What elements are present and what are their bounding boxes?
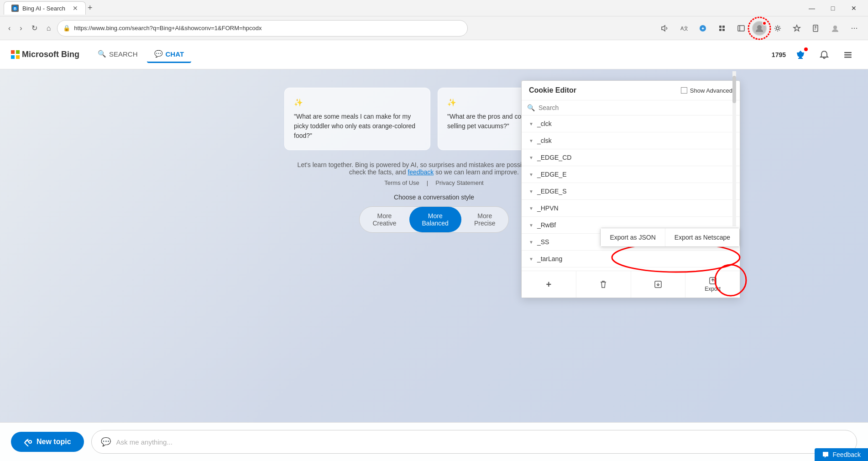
svg-text:B: B: [14, 6, 17, 11]
svg-text:✦: ✦: [701, 26, 705, 31]
info-text-suffix: so we can learn and improve.: [435, 168, 519, 176]
nav-search[interactable]: 🔍 SEARCH: [90, 46, 145, 63]
delete-cookie-button[interactable]: [576, 271, 631, 298]
style-creative-btn[interactable]: MoreCreative: [360, 207, 409, 232]
chat-nav-icon: 💬: [154, 50, 163, 58]
cookie-item-hpvn[interactable]: ▼ _HPVN: [522, 200, 740, 217]
export-btn-label: Export: [705, 286, 721, 292]
new-topic-button[interactable]: New topic: [11, 432, 84, 452]
cookie-editor-title: Cookie Editor: [529, 86, 576, 94]
export-netscape-button[interactable]: Export as Netscape: [665, 228, 739, 246]
tab-favicon: B: [11, 5, 19, 12]
show-advanced-checkbox[interactable]: [681, 87, 687, 94]
account-icon[interactable]: [827, 20, 843, 37]
svg-text:A文: A文: [680, 26, 688, 31]
back-button[interactable]: ‹: [5, 21, 13, 35]
chevron-icon: ▼: [529, 223, 533, 228]
minimize-button[interactable]: —: [801, 0, 822, 16]
profile-icon[interactable]: [752, 21, 767, 36]
favorites-icon[interactable]: [789, 20, 805, 37]
chevron-icon: ▼: [529, 189, 533, 194]
cookie-item-edge-s[interactable]: ▼ _EDGE_S: [522, 183, 740, 200]
hamburger-menu-icon[interactable]: [839, 46, 857, 64]
sidebar-icon[interactable]: [733, 20, 749, 37]
more-options-icon[interactable]: ···: [846, 20, 863, 37]
ms-square-red: [11, 50, 15, 54]
privacy-statement-link[interactable]: Privacy Statement: [435, 179, 484, 186]
bing-nav: 🔍 SEARCH 💬 CHAT: [90, 46, 191, 63]
chevron-icon: ▼: [529, 172, 533, 177]
ms-square-yellow: [16, 55, 20, 59]
home-button[interactable]: ⌂: [44, 21, 54, 35]
bing-logo[interactable]: Microsoft Bing: [11, 50, 79, 59]
chat-input-area[interactable]: 💬 Ask me anything...: [91, 430, 857, 454]
cookie-list: ▼ _clck ▼ _clsk ▼ _EDGE_CD ▼ _EDGE_E ▼: [522, 115, 740, 271]
chevron-icon: ▼: [529, 240, 533, 245]
import-cookie-button[interactable]: [631, 271, 686, 298]
microsoft-logo-icon: [11, 50, 20, 59]
extensions-icon[interactable]: [714, 20, 730, 37]
feedback-link[interactable]: feedback: [408, 168, 434, 176]
cookie-item-clsk[interactable]: ▼ _clsk: [522, 132, 740, 149]
refresh-button[interactable]: ↻: [29, 21, 40, 35]
export-popup: Export as JSON Export as Netscape: [600, 228, 740, 247]
feedback-badge-label: Feedback: [833, 451, 861, 458]
toolbar-icons: A文 ✦: [656, 20, 863, 37]
cookie-item-ttss-in[interactable]: ▼ _TTSS_IN: [522, 267, 740, 271]
show-advanced[interactable]: Show Advanced: [681, 87, 732, 94]
search-nav-label: SEARCH: [109, 50, 138, 58]
svg-rect-9: [738, 26, 744, 31]
nav-chat[interactable]: 💬 CHAT: [147, 46, 192, 63]
maximize-button[interactable]: □: [822, 0, 843, 16]
suggestion-card-1[interactable]: ✨ "What are some meals I can make for my…: [284, 88, 430, 150]
cookie-item-tarlang[interactable]: ▼ _tarLang: [522, 251, 740, 267]
translate-icon[interactable]: A文: [675, 20, 692, 37]
close-button[interactable]: ✕: [843, 0, 864, 16]
cookie-name: _clck: [537, 120, 552, 127]
read-aloud-icon[interactable]: [656, 20, 673, 37]
notification-bell-icon[interactable]: [815, 46, 833, 64]
terms-of-use-link[interactable]: Terms of Use: [384, 179, 419, 186]
conversation-style-label: Choose a conversation style: [394, 194, 474, 201]
new-tab-button[interactable]: +: [88, 3, 93, 13]
svg-rect-14: [813, 25, 818, 31]
cookie-name: _EDGE_S: [537, 188, 567, 195]
url-text: https://www.bing.com/search?q=Bing+AI&sh…: [74, 25, 462, 31]
header-right: 1795: [772, 46, 857, 64]
address-bar[interactable]: 🔒 https://www.bing.com/search?q=Bing+AI&…: [57, 20, 468, 37]
tab-close-btn[interactable]: ✕: [73, 5, 78, 12]
svg-rect-17: [798, 58, 803, 59]
export-json-button[interactable]: Export as JSON: [601, 228, 665, 246]
svg-rect-7: [719, 29, 722, 31]
chevron-icon: ▼: [529, 121, 533, 126]
svg-rect-5: [719, 26, 722, 28]
cookie-name: _HPVN: [537, 204, 559, 212]
title-bar-controls: — □ ✕: [801, 0, 864, 16]
forward-button[interactable]: ›: [17, 21, 25, 35]
trophy-icon[interactable]: [791, 46, 810, 64]
cookie-item-edge-cd[interactable]: ▼ _EDGE_CD: [522, 149, 740, 166]
cookie-item-clck[interactable]: ▼ _clck: [522, 115, 740, 132]
chevron-icon: ▼: [529, 138, 533, 143]
settings-icon[interactable]: [769, 20, 786, 37]
svg-rect-16: [799, 57, 802, 58]
chevron-icon: ▼: [529, 257, 533, 262]
card-2-icon: ✨: [447, 97, 456, 108]
browser-tab[interactable]: B Bing AI - Search ✕: [4, 1, 86, 15]
cookie-item-edge-e[interactable]: ▼ _EDGE_E: [522, 166, 740, 183]
chevron-icon: ▼: [529, 206, 533, 211]
cookie-name: _tarLang: [537, 255, 562, 262]
cookie-name: _EDGE_CD: [537, 154, 571, 161]
copilot-icon[interactable]: ✦: [695, 20, 711, 37]
style-balanced-btn[interactable]: MoreBalanced: [409, 207, 461, 232]
card-1-header: ✨: [294, 97, 421, 108]
add-cookie-button[interactable]: +: [522, 271, 576, 298]
feedback-badge[interactable]: Feedback: [815, 448, 868, 461]
links-row: Terms of Use | Privacy Statement: [384, 179, 483, 186]
cookie-search-input[interactable]: [539, 104, 727, 111]
style-precise-btn[interactable]: MorePrecise: [461, 207, 508, 232]
collections-icon[interactable]: [808, 20, 824, 37]
ms-square-blue: [11, 55, 15, 59]
chevron-icon: ▼: [529, 155, 533, 160]
export-cookie-button[interactable]: Export: [685, 271, 740, 298]
